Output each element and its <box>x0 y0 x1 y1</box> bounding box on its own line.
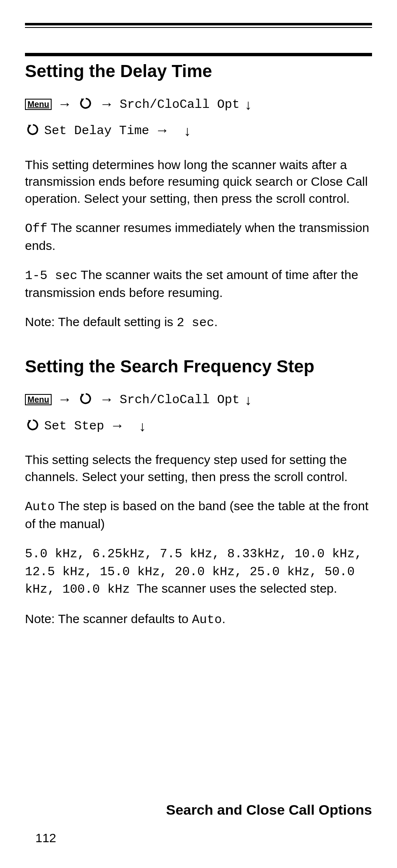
section1-option-range: 1-5 sec The scanner waits the set amount… <box>25 267 372 301</box>
top-rule <box>25 23 372 28</box>
section1-nav-path: Menu → → Srch/CloCall Opt ↓ Set Delay Ti… <box>25 91 372 144</box>
arrow-down-icon: ↓ <box>245 387 252 413</box>
arrow-right-icon: → <box>99 91 114 117</box>
arrow-right-icon: → <box>99 387 114 412</box>
arrow-right-icon: → <box>58 387 72 412</box>
scroll-icon <box>27 416 39 438</box>
scroll-icon <box>27 120 39 143</box>
section2-option-auto: Auto The step is based on the band (see … <box>25 498 372 532</box>
nav-item-set-step: Set Step <box>44 419 104 433</box>
section1-title: Setting the Delay Time <box>25 61 372 81</box>
nav-item-set-delay: Set Delay Time <box>44 124 149 138</box>
note-suffix: . <box>214 315 218 329</box>
section1-note: Note: The default setting is 2 sec. <box>25 314 372 332</box>
option-auto-text: The step is based on the band (see the t… <box>25 499 368 531</box>
nav-item-srch-clocall: Srch/CloCall Opt <box>120 393 240 407</box>
menu-button-icon: Menu <box>25 394 52 405</box>
note-value: Auto <box>192 613 222 627</box>
scroll-icon <box>79 389 92 412</box>
note-suffix: . <box>222 612 225 626</box>
note-value: 2 sec <box>177 316 214 330</box>
section1-option-off: Off The scanner resumes immediately when… <box>25 219 372 254</box>
option-steps-text: The scanner uses the selected step. <box>133 581 337 595</box>
arrow-down-icon: ↓ <box>245 92 252 117</box>
section2-nav-path: Menu → → Srch/CloCall Opt ↓ Set Step → ↓ <box>25 387 372 439</box>
arrow-down-icon: ↓ <box>139 414 146 439</box>
page-number: 112 <box>35 831 56 845</box>
scroll-icon <box>79 94 92 117</box>
note-prefix: Note: The scanner defaults to <box>25 612 192 626</box>
section1-intro: This setting determines how long the sca… <box>25 157 372 207</box>
option-off-label: Off <box>25 222 47 236</box>
arrow-down-icon: ↓ <box>184 118 191 144</box>
arrow-right-icon: → <box>155 117 169 143</box>
section2-note: Note: The scanner defaults to Auto. <box>25 611 372 629</box>
arrow-right-icon: → <box>58 91 72 117</box>
section2-option-steps: 5.0 kHz, 6.25kHz, 7.5 kHz, 8.33kHz, 10.0… <box>25 545 372 598</box>
section2-title: Setting the Search Frequency Step <box>25 357 372 377</box>
option-auto-label: Auto <box>25 500 55 514</box>
manual-page: Setting the Delay Time Menu → → Srch/Clo… <box>0 0 397 868</box>
arrow-right-icon: → <box>110 413 124 438</box>
footer-chapter-title: Search and Close Call Options <box>166 802 372 818</box>
nav-item-srch-clocall: Srch/CloCall Opt <box>120 97 240 112</box>
option-off-text: The scanner resumes immediately when the… <box>25 221 369 252</box>
note-prefix: Note: The default setting is <box>25 315 177 329</box>
section2-intro: This setting selects the frequency step … <box>25 451 372 485</box>
option-range-label: 1-5 sec <box>25 269 77 283</box>
menu-button-icon: Menu <box>25 99 52 110</box>
header-rule <box>25 53 372 56</box>
